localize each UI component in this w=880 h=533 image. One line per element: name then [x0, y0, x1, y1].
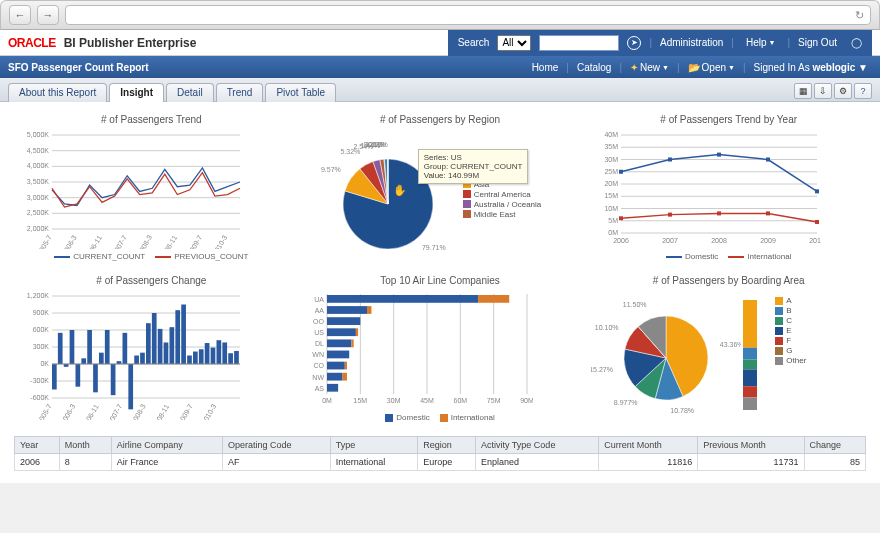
tab-about[interactable]: About this Report — [8, 83, 107, 102]
table-header[interactable]: Year — [15, 437, 60, 454]
tab-pivot[interactable]: Pivot Table — [265, 83, 336, 102]
actions-button[interactable]: ⚙ — [834, 83, 852, 99]
administration-link[interactable]: Administration — [660, 37, 723, 48]
oracle-logo: ORACLE — [8, 36, 56, 50]
help-button[interactable]: ? — [854, 83, 872, 99]
svg-rect-154 — [327, 373, 343, 381]
svg-text:2006-3: 2006-3 — [61, 234, 78, 249]
svg-text:2006-11: 2006-11 — [84, 234, 103, 249]
table-header[interactable]: Region — [418, 437, 476, 454]
chevron-down-icon: ▼ — [769, 39, 776, 46]
svg-rect-60 — [717, 211, 721, 215]
table-header[interactable]: Type — [330, 437, 417, 454]
svg-rect-77 — [52, 364, 57, 390]
svg-text:-600K: -600K — [30, 394, 49, 401]
tab-trend[interactable]: Trend — [216, 83, 264, 102]
tab-insight[interactable]: Insight — [109, 83, 164, 102]
help-icon: ? — [860, 86, 865, 96]
new-menu[interactable]: ✦New▼ — [626, 62, 673, 73]
svg-rect-92 — [140, 353, 145, 364]
legend-swatch-icon — [440, 414, 448, 422]
open-menu[interactable]: 📂Open▼ — [684, 62, 739, 73]
signed-in-user[interactable]: weblogic — [813, 62, 856, 73]
svg-rect-58 — [619, 216, 623, 220]
svg-rect-89 — [123, 333, 128, 364]
export-button[interactable]: ⇩ — [814, 83, 832, 99]
svg-text:UA: UA — [314, 296, 324, 303]
svg-text:5M: 5M — [609, 217, 619, 224]
tab-detail[interactable]: Detail — [166, 83, 214, 102]
svg-rect-83 — [87, 330, 92, 364]
svg-text:2008-3: 2008-3 — [136, 234, 153, 249]
table-header[interactable]: Operating Code — [223, 437, 331, 454]
svg-text:30M: 30M — [387, 397, 401, 404]
table-row[interactable]: 20068Air FranceAFInternationalEuropeEnpl… — [15, 454, 866, 471]
home-link[interactable]: Home — [528, 62, 563, 73]
chart-change[interactable]: -600K-300K0K300K600K900K1,200K2005-72006… — [14, 290, 244, 420]
back-button[interactable]: ← — [9, 5, 31, 25]
svg-rect-99 — [181, 305, 186, 365]
url-bar[interactable]: ↻ — [65, 5, 871, 25]
svg-rect-107 — [228, 353, 233, 364]
svg-rect-146 — [351, 339, 353, 347]
browser-chrome: ← → ↻ — [0, 0, 880, 30]
svg-rect-87 — [111, 364, 116, 395]
svg-text:2,000K: 2,000K — [27, 225, 50, 232]
refresh-icon[interactable]: ↻ — [855, 9, 864, 22]
legend-swatch-icon — [155, 256, 171, 258]
svg-rect-91 — [134, 356, 139, 365]
svg-rect-148 — [327, 351, 349, 359]
svg-text:0K: 0K — [40, 360, 49, 367]
svg-rect-78 — [58, 333, 63, 364]
svg-rect-102 — [199, 349, 204, 364]
svg-rect-101 — [193, 352, 198, 364]
panel-title: # of Passengers Trend — [14, 114, 289, 125]
svg-rect-145 — [327, 339, 351, 347]
chart-boarding[interactable]: 43.36%10.78%8.977%15.27%10.10%11.50% — [591, 290, 741, 420]
svg-text:11.50%: 11.50% — [623, 301, 647, 308]
chart-trend[interactable]: 2,000K2,500K3,000K3,500K4,000K4,500K5,00… — [14, 129, 244, 249]
table-header[interactable]: Airline Company — [111, 437, 222, 454]
svg-rect-166 — [743, 348, 757, 360]
svg-rect-82 — [81, 358, 86, 364]
table-header[interactable]: Activity Type Code — [476, 437, 599, 454]
report-bar: SFO Passenger Count Report Home | Catalo… — [0, 56, 880, 78]
table-header[interactable]: Change — [804, 437, 865, 454]
svg-text:DL: DL — [315, 340, 324, 347]
tab-tools: ▦ ⇩ ⚙ ? — [794, 83, 872, 99]
folder-icon: 📂 — [688, 62, 700, 73]
table-header[interactable]: Previous Month — [698, 437, 804, 454]
svg-text:2007-7: 2007-7 — [106, 403, 123, 420]
svg-text:2005-7: 2005-7 — [36, 234, 53, 249]
svg-text:1,200K: 1,200K — [27, 292, 50, 299]
help-menu[interactable]: Help▼ — [742, 37, 780, 48]
search-label: Search — [458, 37, 490, 48]
svg-text:90M: 90M — [520, 397, 533, 404]
catalog-link[interactable]: Catalog — [573, 62, 615, 73]
svg-text:43.36%: 43.36% — [720, 341, 741, 348]
forward-button[interactable]: → — [37, 5, 59, 25]
svg-rect-104 — [211, 348, 216, 364]
svg-text:2006-3: 2006-3 — [59, 403, 76, 420]
svg-rect-171 — [743, 397, 757, 410]
report-title: SFO Passenger Count Report — [8, 62, 149, 73]
svg-text:79.71%: 79.71% — [422, 244, 446, 251]
view-grid-button[interactable]: ▦ — [794, 83, 812, 99]
chart-top10[interactable]: 0M15M30M45M60M75M90MUAAAOOUSDLWNCONWAS — [303, 290, 533, 410]
chevron-down-icon: ▼ — [728, 64, 735, 71]
signout-link[interactable]: Sign Out — [798, 37, 837, 48]
svg-text:0M: 0M — [609, 229, 619, 236]
table-header-row: YearMonthAirline CompanyOperating CodeTy… — [15, 437, 866, 454]
svg-rect-152 — [344, 362, 346, 370]
svg-text:900K: 900K — [33, 309, 50, 316]
panel-passengers-change: # of Passengers Change -600K-300K0K300K6… — [14, 275, 289, 422]
svg-text:2007-7: 2007-7 — [111, 234, 128, 249]
svg-text:2006: 2006 — [614, 237, 630, 244]
table-header[interactable]: Current Month — [599, 437, 698, 454]
search-input[interactable] — [539, 35, 619, 51]
svg-rect-81 — [76, 364, 81, 387]
search-scope-select[interactable]: All — [497, 35, 531, 51]
table-header[interactable]: Month — [59, 437, 111, 454]
chart-year[interactable]: 0M5M10M15M20M25M30M35M40M200620072008200… — [591, 129, 821, 249]
search-go-icon[interactable]: ➤ — [627, 36, 641, 50]
